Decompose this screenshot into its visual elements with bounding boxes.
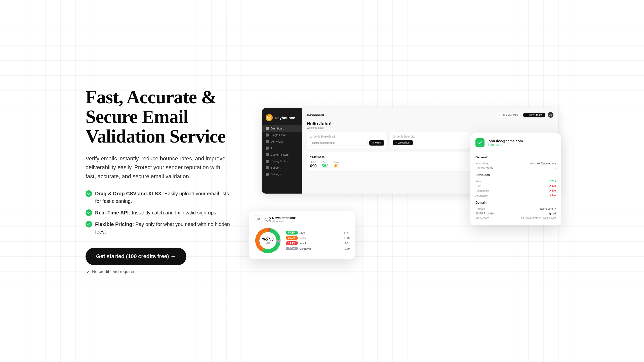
nav-custom-filters[interactable]: Custom Filters bbox=[262, 151, 302, 158]
did-you-mean-row: Did You Mean - bbox=[475, 166, 556, 170]
verify-list-card: Verify Email List + Upload List bbox=[390, 132, 470, 149]
svg-rect-5 bbox=[393, 136, 395, 138]
credits-badge: 18933 credits bbox=[496, 113, 520, 117]
check-icon-1 bbox=[86, 190, 92, 197]
feature-item-2: Real-Time API: Instantly catch and fix i… bbox=[86, 209, 231, 216]
nav-dot-api bbox=[266, 147, 269, 150]
attributes-section-title: Attributes bbox=[475, 173, 556, 177]
newsletter-info: July Newsletter.xlsx 6593 addresses bbox=[265, 216, 296, 223]
newsletter-content: %57.3 Safe 57.3% Safe 3777 bbox=[254, 227, 350, 254]
nav-pricing[interactable]: Pricing & Plans bbox=[262, 158, 302, 164]
cta-button[interactable]: Get started (100 credits free) → bbox=[86, 248, 186, 265]
hero-title: Fast, Accurate & Secure Email Validation… bbox=[86, 87, 231, 146]
newsletter-header: ✉ July Newsletter.xlsx 6593 addresses bbox=[254, 215, 350, 223]
nav-dot-support bbox=[266, 166, 269, 169]
hero-description: Verify emails instantly, reduce bounce r… bbox=[86, 154, 231, 181]
nav-single-email[interactable]: Single Email bbox=[262, 132, 302, 138]
legend-risky: 26.0% Risky 1716 bbox=[286, 236, 350, 240]
verify-single-card: Verify Single Email Verify bbox=[307, 132, 387, 149]
verify-list-title: Verify Email List bbox=[393, 135, 467, 138]
newsletter-card: ✉ July Newsletter.xlsx 6593 addresses bbox=[249, 211, 355, 259]
page-wrapper: Fast, Accurate & Secure Email Validation… bbox=[0, 0, 644, 362]
legend-invalid: 14.4% Invalid 951 bbox=[286, 241, 350, 245]
email-input[interactable] bbox=[310, 140, 368, 146]
logo-icon bbox=[266, 114, 273, 121]
no-credit-card-label: ✓ No credit card required bbox=[87, 269, 231, 275]
feature-text-2: Real-Time API: Instantly catch and fix i… bbox=[95, 209, 218, 216]
nav-support[interactable]: Support bbox=[262, 164, 302, 171]
dashboard-topbar: Dashboard 18933 credits Buy Credits bbox=[307, 112, 553, 118]
donut-center: %57.3 Safe bbox=[262, 237, 273, 244]
donut-chart: %57.3 Safe bbox=[254, 227, 282, 254]
greeting: Hello John! Welcome back! bbox=[307, 121, 553, 129]
nav-dot-pricing bbox=[266, 160, 269, 163]
cta-area: Get started (100 credits free) → ✓ No cr… bbox=[86, 248, 231, 275]
legend-unknown: 2.3% Unknown 149 bbox=[286, 247, 350, 250]
upload-row: + Upload List bbox=[393, 140, 467, 145]
stats-title: # Statistics bbox=[310, 155, 325, 158]
feature-item-1: Drag & Drop CSV and XLSX: Easily upload … bbox=[86, 190, 231, 205]
check-icon-3 bbox=[86, 221, 92, 228]
verify-button[interactable]: Verify bbox=[369, 140, 384, 146]
smtp-row: SMTP Provider gmail bbox=[475, 211, 556, 216]
nav-dashboard[interactable]: Dashboard bbox=[262, 125, 302, 132]
stat-safe: Safe 582 bbox=[322, 161, 329, 168]
page-title: Dashboard bbox=[307, 113, 324, 117]
disposable-row: Disposable ✗ No bbox=[475, 188, 556, 193]
feature-item-3: Flexible Pricing: Pay only for what you … bbox=[86, 220, 231, 236]
left-content: Fast, Accurate & Secure Email Validation… bbox=[86, 87, 231, 275]
legend-safe: 57.3% Safe 3777 bbox=[286, 231, 350, 235]
nav-dot-single bbox=[266, 133, 269, 137]
hero-section: Fast, Accurate & Secure Email Validation… bbox=[45, 0, 599, 362]
feature-text-3: Flexible Pricing: Pay only for what you … bbox=[95, 220, 231, 236]
chart-legend: 57.3% Safe 3777 26.0% Risky 1716 bbox=[286, 231, 350, 250]
nav-dot-settings bbox=[266, 173, 269, 176]
check-icon-2 bbox=[86, 209, 92, 216]
feature-text-1: Drag & Drop CSV and XLSX: Easily upload … bbox=[95, 190, 231, 205]
academic-row: Academic ✗ No bbox=[475, 193, 556, 198]
email-detail-card: john.doe@acme.com Safe - safe General No… bbox=[470, 133, 561, 225]
general-section-title: General bbox=[475, 156, 556, 159]
verify-single-title: Verify Single Email bbox=[310, 135, 384, 138]
free-row: Free ✓ Yes bbox=[475, 179, 556, 184]
nav-api[interactable]: API bbox=[262, 145, 302, 151]
logo: Heybounce bbox=[262, 112, 302, 125]
nav-dot-dashboard bbox=[266, 127, 269, 130]
stat-risky: Risky 40 bbox=[333, 161, 339, 168]
domain-row: Domain acme.com ↗ bbox=[475, 206, 556, 211]
upload-list-button[interactable]: + Upload List bbox=[393, 140, 413, 145]
domain-section-title: Domain bbox=[475, 201, 556, 204]
buy-credits-button[interactable]: Buy Credits bbox=[523, 113, 545, 117]
nav-dot-filters bbox=[266, 153, 269, 156]
feature-list: Drag & Drop CSV and XLSX: Easily upload … bbox=[86, 190, 231, 236]
email-detail-header: john.doe@acme.com Safe - safe bbox=[475, 138, 556, 151]
nav-dot-verify bbox=[266, 140, 269, 143]
avatar-button[interactable]: JD bbox=[548, 112, 553, 118]
email-check-icon bbox=[475, 138, 485, 147]
right-content: Heybounce Dashboard Single Email Verify … bbox=[252, 108, 558, 254]
envelope-icon: ✉ bbox=[254, 215, 262, 223]
mx-row: MX Record alt2.gmail-smtp-in.l.google.co… bbox=[475, 216, 556, 220]
verify-input-row: Verify bbox=[310, 140, 384, 146]
nav-settings[interactable]: Settings bbox=[262, 171, 302, 177]
check-small-icon: ✓ bbox=[87, 269, 90, 275]
role-row: Role ✗ No bbox=[475, 184, 556, 188]
normalized-row: Normalized john.doe@acme.com bbox=[475, 161, 556, 166]
dashboard-sidebar: Heybounce Dashboard Single Email Verify … bbox=[262, 108, 302, 194]
email-detail-info: john.doe@acme.com Safe - safe bbox=[488, 139, 523, 147]
nav-verify-list[interactable]: Verify List bbox=[262, 138, 302, 145]
topbar-right: 18933 credits Buy Credits JD bbox=[496, 112, 553, 118]
stat-total: Total 690 bbox=[310, 161, 317, 168]
